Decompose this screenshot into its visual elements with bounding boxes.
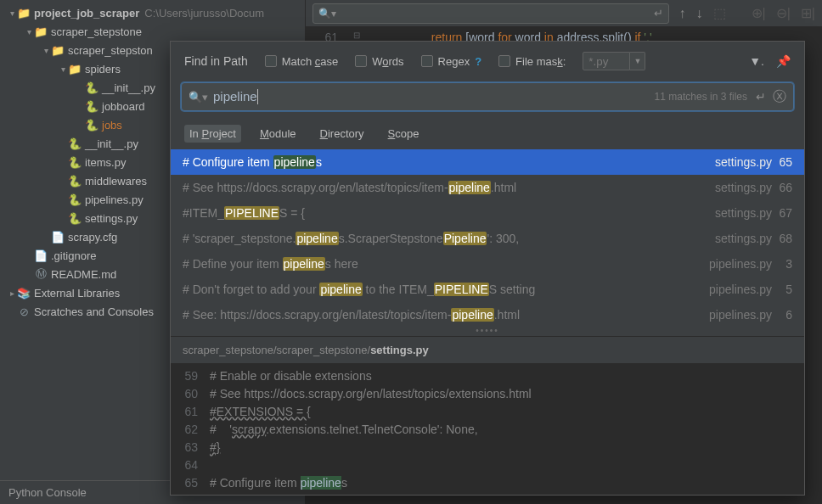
- scratch-icon: ⊘: [17, 305, 31, 318]
- tree-label: project_job_scraper: [34, 7, 139, 20]
- folder-icon: 📁: [34, 25, 48, 38]
- result-text: # 'scraper_stepstone.pipelines.ScraperSt…: [183, 232, 707, 245]
- preview-code[interactable]: 59# Enable or disable extensions60# See …: [171, 363, 804, 495]
- result-line: 5: [775, 283, 792, 296]
- tree-label: Scratches and Consoles: [34, 305, 154, 318]
- result-row[interactable]: #ITEM_PIPELINES = {settings.py67: [171, 200, 804, 226]
- filemask-checkbox[interactable]: File mask:: [498, 55, 566, 68]
- find-in-path-popup: Find in Path Match case Words Regex ? Fi…: [170, 41, 805, 496]
- tree-label: scraper_stepstone: [51, 25, 142, 38]
- tree-label: jobs: [102, 119, 122, 132]
- py-icon: 🐍: [68, 211, 82, 225]
- resize-handle[interactable]: •••••: [171, 328, 804, 336]
- result-line: 67: [775, 206, 792, 220]
- result-row[interactable]: # Don't forget to add your pipeline to t…: [171, 277, 804, 302]
- preview-line-number: 62: [171, 423, 210, 436]
- tree-label: scrapy.cfg: [68, 231, 117, 244]
- py-icon: 🐍: [68, 174, 82, 188]
- preview-line: 63#}: [171, 438, 804, 456]
- result-text: # See https://docs.scrapy.org/en/latest/…: [183, 181, 707, 194]
- remove-selection-icon[interactable]: ⊖|: [776, 5, 791, 21]
- filemask-input[interactable]: [583, 52, 630, 70]
- select-all-icon[interactable]: ⬚: [713, 5, 726, 21]
- editor-search-mini[interactable]: 🔍▾ ↵: [312, 3, 669, 24]
- result-line: 6: [775, 308, 792, 322]
- pin-icon[interactable]: 📌: [776, 54, 791, 68]
- folder-icon: 📁: [68, 62, 82, 76]
- result-row[interactable]: # See: https://docs.scrapy.org/en/latest…: [171, 302, 804, 328]
- tree-label: middlewares: [85, 175, 147, 188]
- match-count: 11 matches in 3 files: [655, 91, 747, 103]
- tree-arrow-icon[interactable]: ▾: [41, 46, 51, 55]
- clear-search-icon[interactable]: ⓧ: [773, 88, 786, 106]
- preview-line: 64: [171, 456, 804, 473]
- preview-line-number: 64: [171, 458, 210, 472]
- preview-code-text: #}: [210, 440, 220, 454]
- match-case-checkbox[interactable]: Match case: [265, 55, 338, 68]
- tab-module[interactable]: Module: [255, 125, 301, 143]
- lib-icon: 📚: [17, 286, 31, 300]
- preview-line-number: 59: [171, 369, 210, 383]
- regex-help-icon[interactable]: ?: [475, 55, 481, 68]
- tree-label: settings.py: [85, 212, 138, 225]
- select-all-occurrences-icon[interactable]: ⊞|: [801, 5, 815, 21]
- result-file: pipelines.py: [709, 308, 772, 322]
- preview-code-text: # 'scrapy.extensions.telnet.TelnetConsol…: [210, 423, 478, 436]
- scope-tabs: In Project Module Directory Scope: [171, 120, 804, 149]
- tree-item[interactable]: ▾📁scraper_stepstone: [0, 22, 305, 41]
- words-checkbox[interactable]: Words: [355, 55, 403, 68]
- search-input[interactable]: 🔍▾ pipeline 11 matches in 3 files ↵ ⓧ: [181, 82, 794, 111]
- search-icon: 🔍▾: [189, 91, 208, 104]
- regex-checkbox[interactable]: Regex ?: [421, 55, 482, 68]
- enter-icon: ↵: [654, 7, 663, 20]
- tab-in-project[interactable]: In Project: [184, 125, 241, 143]
- newline-icon[interactable]: ↵: [756, 90, 766, 104]
- tab-scope[interactable]: Scope: [383, 125, 425, 143]
- folder-icon: 📁: [17, 6, 31, 20]
- tree-path: C:\Users\jurusso\Docum: [144, 7, 264, 20]
- result-file: settings.py: [715, 206, 772, 220]
- tree-label: jobboard: [102, 100, 145, 113]
- preview-line: 65# Configure item pipelines: [171, 473, 804, 491]
- py-icon: 🐍: [85, 118, 99, 132]
- file-icon: 📄: [51, 230, 65, 244]
- tree-label: scraper_stepston: [68, 44, 153, 57]
- result-row[interactable]: # See https://docs.scrapy.org/en/latest/…: [171, 175, 804, 200]
- result-file: settings.py: [715, 181, 772, 194]
- preview-line-number: 63: [171, 440, 210, 454]
- result-text: # Configure item pipelines: [183, 155, 707, 169]
- prev-match-icon[interactable]: ↑: [679, 6, 686, 21]
- tree-label: .gitignore: [51, 249, 96, 262]
- preview-code-text: # Enable or disable extensions: [210, 369, 372, 383]
- editor-toolbar: 🔍▾ ↵ ↑ ↓ ⬚ ⊕| ⊖| ⊞|: [306, 0, 822, 27]
- tree-arrow-icon[interactable]: ▸: [7, 288, 17, 298]
- tree-label: README.md: [51, 268, 116, 281]
- tree-arrow-icon[interactable]: ▾: [7, 8, 17, 18]
- add-selection-icon[interactable]: ⊕|: [752, 5, 766, 21]
- preview-line: 61#EXTENSIONS = {: [171, 402, 804, 420]
- preview-line: 59# Enable or disable extensions: [171, 367, 804, 384]
- py-icon: 🐍: [68, 137, 82, 150]
- preview-code-text: # See https://docs.scrapy.org/en/latest/…: [210, 387, 532, 400]
- preview-code-text: #EXTENSIONS = {: [210, 405, 311, 418]
- tree-arrow-icon[interactable]: ▾: [58, 64, 68, 74]
- filemask-dropdown[interactable]: ▼: [630, 52, 645, 70]
- tree-arrow-icon[interactable]: ▾: [24, 27, 34, 36]
- py-icon: 🐍: [68, 193, 82, 206]
- filter-icon[interactable]: ▼.: [749, 54, 764, 68]
- result-row[interactable]: # 'scraper_stepstone.pipelines.ScraperSt…: [171, 226, 804, 251]
- tab-directory[interactable]: Directory: [315, 125, 369, 143]
- preview-line: 60# See https://docs.scrapy.org/en/lates…: [171, 384, 804, 402]
- preview-line: 62# 'scrapy.extensions.telnet.TelnetCons…: [171, 420, 804, 438]
- result-file: pipelines.py: [709, 257, 772, 271]
- py-icon: 🐍: [85, 81, 99, 94]
- tree-label: spiders: [85, 63, 121, 76]
- result-row[interactable]: # Configure item pipelinessettings.py65: [171, 149, 804, 175]
- tree-item[interactable]: ▾📁project_job_scraperC:\Users\jurusso\Do…: [0, 3, 305, 22]
- preview-line-number: 60: [171, 387, 210, 400]
- result-row[interactable]: # Define your item pipelines herepipelin…: [171, 251, 804, 277]
- tree-label: items.py: [85, 156, 126, 169]
- next-match-icon[interactable]: ↓: [696, 6, 703, 21]
- result-text: # See: https://docs.scrapy.org/en/latest…: [183, 308, 701, 322]
- popup-title: Find in Path: [184, 54, 248, 68]
